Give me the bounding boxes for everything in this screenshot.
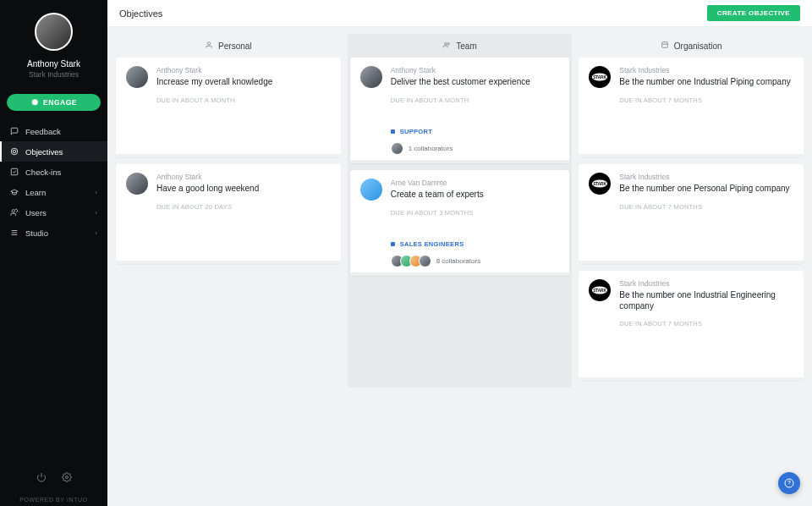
objective-card[interactable]: Arne Van Damme Create a team of experts …: [350, 170, 570, 276]
due-text: DUE IN ABOUT 7 MONTHS: [619, 96, 793, 104]
nav-label: Learn: [25, 188, 46, 197]
svg-rect-2: [11, 168, 18, 175]
org-logo: STARK: [589, 279, 611, 301]
nav-label: Feedback: [25, 127, 61, 136]
owner-name: Stark Industries: [619, 173, 793, 181]
objective-title: Be the number one Industrial Engineering…: [619, 289, 793, 311]
progress-bar: [116, 261, 341, 264]
due-text: DUE IN ABOUT 7 MONTHS: [619, 320, 793, 327]
topbar: Objectives CREATE OBJECTIVE: [107, 0, 812, 27]
nav-checkins[interactable]: Check-ins: [0, 162, 107, 182]
objective-title: Be the number one Industrial Piping comp…: [619, 76, 793, 87]
owner-name: Anthony Stark: [391, 66, 560, 74]
org-logo: STARK: [589, 66, 611, 88]
column-label: Personal: [218, 41, 251, 51]
objective-card[interactable]: STARK Stark Industries Be the number one…: [579, 271, 804, 381]
nav-feedback[interactable]: Feedback: [0, 121, 107, 141]
power-icon[interactable]: [36, 472, 47, 485]
main-area: Objectives CREATE OBJECTIVE Personal Ant…: [107, 0, 812, 506]
person-icon: [205, 41, 213, 51]
owner-name: Stark Industries: [619, 66, 793, 74]
svg-point-3: [12, 210, 14, 212]
team-icon: [442, 41, 451, 51]
sidebar: Anthony Stark Stark Industries ENGAGE Fe…: [0, 0, 107, 506]
due-text: DUE IN ABOUT 7 MONTHS: [619, 203, 793, 211]
due-text: DUE IN ABOUT A MONTH: [156, 96, 331, 104]
progress-bar: [350, 160, 570, 163]
objective-card[interactable]: STARK Stark Industries Be the number one…: [579, 58, 804, 157]
create-objective-button[interactable]: CREATE OBJECTIVE: [707, 5, 800, 21]
objective-title: Be the number one Personal Piping compan…: [619, 183, 793, 194]
nav-label: Objectives: [25, 147, 63, 157]
owner-name: Anthony Stark: [156, 173, 331, 181]
user-avatar[interactable]: [35, 13, 73, 51]
nav-label: Check-ins: [25, 168, 61, 177]
sidebar-nav: Feedback Objectives Check-ins Learn › Us…: [0, 121, 107, 243]
objective-card[interactable]: Anthony Stark Increase my overall knowle…: [116, 58, 341, 157]
collaborators: 8 collaborators: [391, 255, 560, 267]
column-team: Team Anthony Stark Deliver the best cust…: [348, 34, 573, 388]
engage-button[interactable]: ENGAGE: [7, 94, 101, 111]
tag-dot: [391, 129, 395, 134]
collab-text: 1 collaborators: [409, 145, 453, 152]
collab-avatar: [391, 142, 403, 155]
column-header-personal[interactable]: Personal: [116, 34, 341, 58]
svg-point-1: [13, 150, 15, 152]
objective-card[interactable]: Anthony Stark Deliver the best customer …: [350, 58, 570, 163]
objective-title: Deliver the best customer experience: [391, 76, 560, 87]
column-header-team[interactable]: Team: [348, 34, 573, 58]
owner-name: Arne Van Damme: [391, 179, 560, 187]
due-text: DUE IN ABOUT A MONTH: [391, 96, 560, 104]
sliders-icon: [10, 228, 19, 237]
owner-name: Anthony Stark: [156, 66, 331, 74]
objective-title: Create a team of experts: [391, 189, 560, 200]
powered-by: POWERED BY INTUO: [19, 497, 88, 503]
objective-title: Increase my overall knowledge: [156, 76, 331, 87]
column-organisation: Organisation STARK Stark Industries Be t…: [579, 34, 804, 388]
due-text: DUE IN ABOUT 20 DAYS: [156, 203, 331, 211]
owner-avatar: [126, 66, 148, 88]
nav-users[interactable]: Users ›: [0, 202, 107, 223]
column-personal: Personal Anthony Stark Increase my overa…: [116, 34, 341, 388]
progress-bar: [579, 261, 804, 264]
progress-bar: [350, 272, 570, 276]
nav-label: Users: [25, 208, 47, 217]
svg-point-10: [445, 43, 447, 46]
help-button[interactable]: [778, 472, 800, 494]
objective-card[interactable]: Anthony Stark Have a good long weekend D…: [116, 164, 341, 264]
question-icon: [784, 478, 794, 488]
svg-text:STARK: STARK: [594, 289, 607, 293]
user-name: Anthony Stark: [27, 59, 80, 69]
collab-text: 8 collaborators: [436, 257, 480, 265]
sidebar-footer: POWERED BY INTUO: [0, 472, 107, 506]
user-org: Stark Industries: [29, 70, 79, 79]
svg-point-9: [207, 42, 210, 45]
users-icon: [10, 208, 19, 217]
objective-tag: SALES ENGINEERS: [391, 240, 560, 248]
nav-studio[interactable]: Studio ›: [0, 223, 107, 243]
owner-avatar: [126, 173, 148, 195]
collaborators: 1 collaborators: [391, 142, 560, 155]
nav-label: Studio: [25, 228, 48, 238]
page-title: Objectives: [119, 8, 162, 19]
svg-text:STARK: STARK: [594, 182, 607, 186]
org-logo: STARK: [589, 173, 611, 195]
org-icon: [661, 41, 669, 51]
column-label: Organisation: [674, 41, 722, 51]
progress-bar: [579, 154, 804, 157]
target-icon: [10, 147, 19, 156]
profile-block: Anthony Stark Stark Industries: [0, 0, 107, 85]
column-label: Team: [456, 41, 476, 51]
gear-icon[interactable]: [62, 472, 72, 485]
objective-card[interactable]: STARK Stark Industries Be the number one…: [579, 164, 804, 264]
column-header-organisation[interactable]: Organisation: [579, 34, 804, 58]
nav-objectives[interactable]: Objectives: [0, 141, 107, 162]
objective-tag: SUPPORT: [391, 128, 560, 135]
owner-avatar: [360, 179, 382, 201]
tag-label: SALES ENGINEERS: [400, 240, 464, 248]
chevron-right-icon: ›: [95, 189, 97, 196]
nav-learn[interactable]: Learn ›: [0, 182, 107, 202]
checkbox-icon: [10, 168, 19, 176]
chat-icon: [30, 98, 39, 107]
due-text: DUE IN ABOUT 3 MONTHS: [391, 209, 560, 217]
